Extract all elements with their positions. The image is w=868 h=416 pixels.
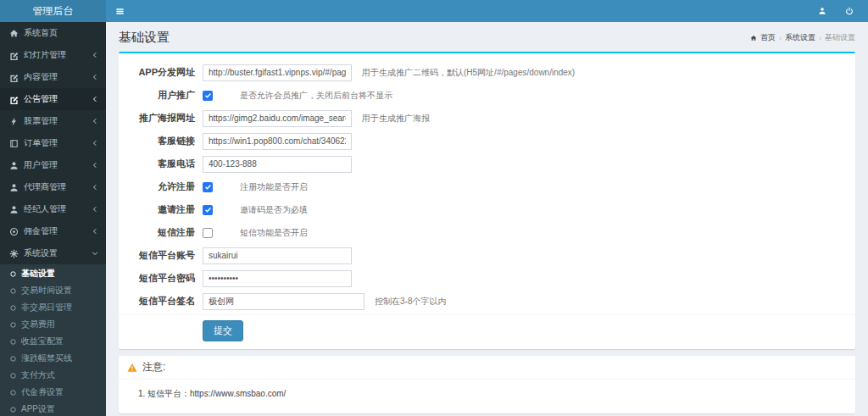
sidebar-toggle-button[interactable]	[106, 0, 134, 22]
invite-register-checkbox[interactable]	[203, 205, 213, 215]
warning-icon	[127, 363, 137, 373]
sms-account-input[interactable]	[203, 247, 352, 264]
edit-icon	[9, 95, 19, 104]
sidebar-subitem[interactable]: 代金券设置	[0, 384, 106, 401]
form-row: 短信平台密码	[127, 267, 847, 290]
edit-icon	[9, 51, 19, 60]
form-footer: 提交	[119, 314, 855, 349]
form-row: 短信平台签名控制在3-8个字以内	[127, 290, 847, 313]
sidebar-item[interactable]: 内容管理	[0, 66, 106, 88]
allow-register-checkbox[interactable]	[203, 182, 213, 192]
sms-register-label: 短信注册	[127, 226, 195, 239]
invite-register-help: 邀请码是否为必填	[240, 204, 308, 216]
app-dist-url-input[interactable]	[203, 64, 352, 81]
sms-password-label: 短信平台密码	[127, 272, 195, 285]
sidebar-subitem[interactable]: 支付方式	[0, 367, 106, 384]
app-dist-url-help: 用于生成推广二维码，默认(H5网址/#/pages/down/index)	[362, 67, 575, 79]
user-icon	[9, 205, 19, 214]
user-promo-checkbox[interactable]	[203, 91, 213, 101]
notice-header: 注意:	[119, 356, 855, 380]
service-link-input[interactable]	[203, 133, 352, 150]
promo-poster-url-input[interactable]	[203, 110, 352, 127]
notice-list: 短信平台：https://www.smsbao.com/	[127, 386, 847, 402]
sidebar-item-label: 系统设置	[24, 247, 58, 259]
sms-account-label: 短信平台账号	[127, 249, 195, 262]
sidebar-subitem[interactable]: 基础设置	[0, 265, 106, 282]
chevron-left-icon	[92, 228, 98, 235]
power-icon	[845, 7, 854, 15]
notice-body: 短信平台：https://www.smsbao.com/	[119, 380, 855, 413]
service-phone-input[interactable]	[203, 156, 352, 173]
user-icon	[9, 161, 19, 170]
user-promo-label: 用户推广	[127, 89, 195, 102]
sms-signature-input[interactable]	[203, 293, 364, 310]
circle-icon	[9, 338, 17, 346]
sidebar-subitem-label: 非交易日管理	[21, 302, 72, 313]
service-phone-label: 客服电话	[127, 158, 195, 170]
sidebar-item-label: 幻灯片管理	[24, 49, 66, 61]
form-row: 邀请注册邀请码是否为必填	[127, 198, 847, 221]
sidebar-item[interactable]: 用户管理	[0, 154, 106, 176]
chevron-left-icon	[92, 206, 98, 213]
logout-button[interactable]	[836, 0, 863, 22]
sidebar-subitem[interactable]: 交易费用	[0, 316, 106, 333]
circle-icon	[9, 270, 17, 278]
form-row: 客服电话	[127, 153, 847, 175]
sidebar-item[interactable]: 订单管理	[0, 132, 106, 154]
circle-icon	[9, 355, 17, 363]
navbar-body	[106, 0, 868, 22]
bolt-icon	[9, 117, 19, 126]
sidebar-subitem-label: 交易时间设置	[21, 285, 72, 297]
account-button[interactable]	[809, 0, 836, 22]
chevron-left-icon	[92, 118, 98, 125]
sidebar-item-label: 经纪人管理	[24, 203, 66, 215]
sidebar-subitem[interactable]: APP设置	[0, 401, 106, 416]
content-header: 基础设置 首页 › 系统设置 › 基础设置	[106, 22, 868, 52]
sms-register-checkbox[interactable]	[203, 228, 213, 238]
sidebar-subitem-label: 涨跌幅禁买线	[21, 352, 72, 364]
sidebar-item-label: 用户管理	[24, 159, 58, 171]
sidebar-item[interactable]: 代理商管理	[0, 176, 106, 198]
sidebar-item[interactable]: 幻灯片管理	[0, 44, 106, 66]
sms-signature-label: 短信平台签名	[127, 295, 195, 308]
sidebar-subitem[interactable]: 涨跌幅禁买线	[0, 350, 106, 367]
chevron-down-icon	[92, 250, 98, 257]
circle-icon	[9, 372, 17, 380]
chevron-left-icon	[92, 140, 98, 147]
chevron-left-icon	[92, 52, 98, 58]
sidebar-item-label: 订单管理	[24, 137, 58, 149]
sidebar-item-label: 公告管理	[24, 93, 58, 105]
breadcrumb-section[interactable]: 系统设置	[785, 32, 815, 43]
sidebar-item[interactable]: 股票管理	[0, 110, 106, 132]
sidebar-item-label: 内容管理	[24, 71, 58, 83]
circle-icon	[9, 321, 17, 329]
sidebar-item[interactable]: 系统设置	[0, 242, 106, 264]
sidebar-subitem[interactable]: 收益宝配置	[0, 333, 106, 350]
sidebar-subitem-label: 基础设置	[21, 268, 55, 280]
circle-icon	[9, 389, 17, 397]
chevron-left-icon	[92, 162, 98, 169]
sidebar-item[interactable]: 佣金管理	[0, 220, 106, 242]
chevron-left-icon	[92, 184, 98, 191]
sidebar-menu: 系统首页幻灯片管理内容管理公告管理股票管理订单管理用户管理代理商管理经纪人管理佣…	[0, 22, 106, 416]
book-icon	[9, 139, 19, 148]
sidebar-item[interactable]: 系统首页	[0, 22, 106, 44]
sidebar-item[interactable]: 公告管理	[0, 88, 106, 110]
sidebar-subitem-label: APP设置	[21, 403, 55, 415]
sidebar-subitem[interactable]: 交易时间设置	[0, 282, 106, 299]
form-row: 推广海报网址用于生成推广海报	[127, 107, 847, 130]
form-row: 允许注册注册功能是否开启	[127, 175, 847, 198]
sidebar-item-label: 代理商管理	[24, 181, 66, 193]
notice-panel: 注意: 短信平台：https://www.smsbao.com/	[119, 356, 855, 413]
form-row: APP分发网址用于生成推广二维码，默认(H5网址/#/pages/down/in…	[127, 61, 847, 84]
brand-logo[interactable]: 管理后台	[0, 0, 106, 22]
submit-button[interactable]: 提交	[203, 320, 243, 341]
breadcrumb-home[interactable]: 首页	[760, 32, 776, 43]
sidebar-item[interactable]: 经纪人管理	[0, 198, 106, 220]
form-row: 短信平台账号	[127, 244, 847, 267]
sms-password-input[interactable]	[203, 270, 352, 287]
sidebar-subitem[interactable]: 非交易日管理	[0, 299, 106, 316]
edit-icon	[9, 73, 19, 82]
form-row: 用户推广是否允许会员推广，关闭后前台将不显示	[127, 84, 847, 107]
home-icon	[9, 29, 19, 38]
